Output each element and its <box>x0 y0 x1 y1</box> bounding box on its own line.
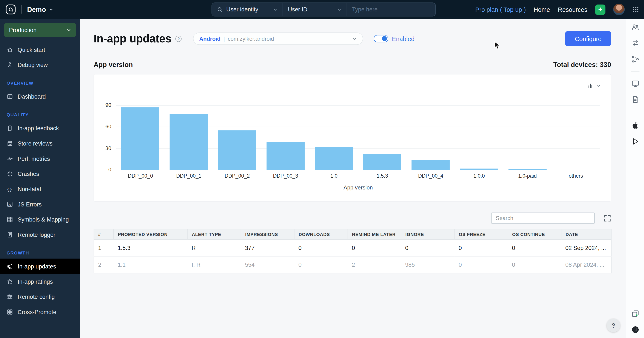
chevron-down-icon <box>337 7 342 12</box>
sidebar: Production Quick start Debug view OVERVI… <box>0 19 80 338</box>
x-axis-label: 1.0-paid <box>503 173 552 179</box>
bar-slot <box>116 107 164 170</box>
sidebar-item-label: JS Errors <box>18 201 42 208</box>
chart-bar[interactable] <box>412 160 450 170</box>
screens-icon[interactable] <box>631 80 639 88</box>
sidebar-item-in-app-updates[interactable]: In-app updates <box>0 258 80 274</box>
project-selector[interactable]: Demo <box>27 6 53 13</box>
sidebar-item-debug-view[interactable]: Debug view <box>0 57 80 72</box>
column-header: IGNORE <box>401 229 454 240</box>
google-play-icon[interactable] <box>631 137 639 146</box>
chart-bar[interactable] <box>218 130 256 170</box>
search-scope-selector[interactable]: User identity <box>212 3 282 16</box>
table-cell: 2 <box>348 256 401 273</box>
sidebar-section-growth: GROWTH <box>0 250 80 255</box>
bar-chart-icon <box>588 83 594 89</box>
table-cell: 02 Sep 2024, ... <box>561 239 611 256</box>
app-selector[interactable]: Android | com.zylker.android <box>193 33 363 45</box>
logger-icon <box>7 231 13 238</box>
page-help-icon[interactable]: ? <box>176 36 182 42</box>
column-header: DATE <box>561 229 611 240</box>
app-separator: | <box>224 36 225 42</box>
chevron-down-icon <box>66 28 71 32</box>
x-axis-label: DDP_00_3 <box>261 173 310 179</box>
table-row[interactable]: 21.1I, R554029850008 Apr 2024, ... <box>94 256 611 273</box>
table-cell: 1.5.3 <box>114 239 188 256</box>
table-header-row: #PROMOTED VERSIONALERT TYPEIMPRESSIONSDO… <box>94 229 611 240</box>
chart-bar[interactable] <box>121 107 160 170</box>
sliders-icon <box>7 293 13 300</box>
swap-arrows-icon[interactable] <box>631 39 639 47</box>
app-id: com.zylker.android <box>228 36 274 42</box>
apple-icon[interactable] <box>631 121 639 129</box>
chart-bar[interactable] <box>363 154 402 170</box>
chart-xlabels: DDP_00_0DDP_00_1DDP_00_2DDP_00_31.01.5.3… <box>116 173 600 179</box>
chart-plot <box>116 105 600 170</box>
search-input[interactable] <box>347 3 435 16</box>
apps-grid-icon[interactable] <box>632 6 639 13</box>
sidebar-item-crashes[interactable]: Crashes <box>0 166 80 181</box>
sidebar-item-cross-promote[interactable]: Cross-Promote <box>0 304 80 319</box>
topbar-divider <box>21 6 22 14</box>
dark-mode-icon[interactable] <box>631 325 639 334</box>
toggle-label: Enabled <box>392 35 414 42</box>
sidebar-item-label: In-app feedback <box>18 125 59 132</box>
toggle-knob <box>382 36 387 41</box>
windows-icon[interactable] <box>631 309 639 318</box>
table-cell: 554 <box>241 256 294 273</box>
chart-bar[interactable] <box>315 147 353 170</box>
table-search-input[interactable] <box>491 212 595 224</box>
sidebar-item-store-reviews[interactable]: Store reviews <box>0 136 80 151</box>
chevron-down-icon <box>352 36 357 41</box>
sidebar-item-label: Debug view <box>18 61 48 68</box>
sidebar-item-label: In-app updates <box>18 263 56 269</box>
sidebar-item-remote-config[interactable]: Remote config <box>0 289 80 304</box>
home-icon <box>7 46 13 53</box>
plan-link[interactable]: Pro plan ( Top up ) <box>475 6 526 13</box>
search-key-selector[interactable]: User ID <box>283 3 347 16</box>
chart-bar[interactable] <box>170 114 208 170</box>
app-platform: Android <box>199 36 220 42</box>
expand-icon[interactable] <box>604 214 611 222</box>
help-button[interactable]: ? <box>606 319 620 332</box>
sidebar-item-symbols-mapping[interactable]: Symbols & Mapping <box>0 212 80 227</box>
sidebar-item-perf-metrics[interactable]: Perf. metrics <box>0 151 80 166</box>
sidebar-item-label: Perf. metrics <box>18 155 50 162</box>
table-row[interactable]: 11.5.3R3770000002 Sep 2024, ... <box>94 239 611 256</box>
chart-bar[interactable] <box>460 168 498 170</box>
environment-selector[interactable]: Production <box>4 23 76 37</box>
configure-button[interactable]: Configure <box>565 31 611 46</box>
users-icon[interactable] <box>631 23 639 31</box>
x-axis-label: DDP_00_0 <box>116 173 164 179</box>
home-link[interactable]: Home <box>534 6 550 13</box>
bar-slot <box>455 168 503 170</box>
chart-bar[interactable] <box>508 169 546 170</box>
sidebar-item-label: Symbols & Mapping <box>18 216 69 223</box>
x-axis-label: DDP_00_1 <box>164 173 213 179</box>
sidebar-item-in-app-ratings[interactable]: In-app ratings <box>0 274 80 289</box>
apptics-logo[interactable] <box>6 4 16 15</box>
sidebar-item-quick-start[interactable]: Quick start <box>0 42 80 57</box>
sidebar-item-js-errors[interactable]: JS JS Errors <box>0 197 80 212</box>
topbar: Demo User identity User ID Pro plan ( To… <box>0 0 644 19</box>
sidebar-item-non-fatal[interactable]: { } Non-fatal <box>0 181 80 197</box>
avatar[interactable] <box>613 4 625 15</box>
updates-table: #PROMOTED VERSIONALERT TYPEIMPRESSIONSDO… <box>94 229 612 273</box>
sidebar-item-remote-logger[interactable]: Remote logger <box>0 227 80 242</box>
chart-bar[interactable] <box>266 142 305 170</box>
plus-button[interactable]: + <box>595 4 606 15</box>
chevron-down-icon <box>273 7 278 12</box>
chart-bars <box>116 105 600 170</box>
document-icon[interactable] <box>631 95 639 104</box>
enabled-toggle[interactable] <box>374 35 388 42</box>
chart-type-selector[interactable] <box>588 83 601 89</box>
sidebar-item-label: Quick start <box>18 46 45 53</box>
bar-slot <box>310 147 358 170</box>
resources-link[interactable]: Resources <box>558 6 588 13</box>
integrations-icon[interactable] <box>631 55 639 63</box>
sidebar-item-in-app-feedback[interactable]: In-app feedback <box>0 120 80 136</box>
megaphone-icon <box>7 263 13 269</box>
table-cell: 2 <box>94 256 114 273</box>
sidebar-item-dashboard[interactable]: Dashboard <box>0 89 80 104</box>
sidebar-item-label: In-app ratings <box>18 278 53 285</box>
